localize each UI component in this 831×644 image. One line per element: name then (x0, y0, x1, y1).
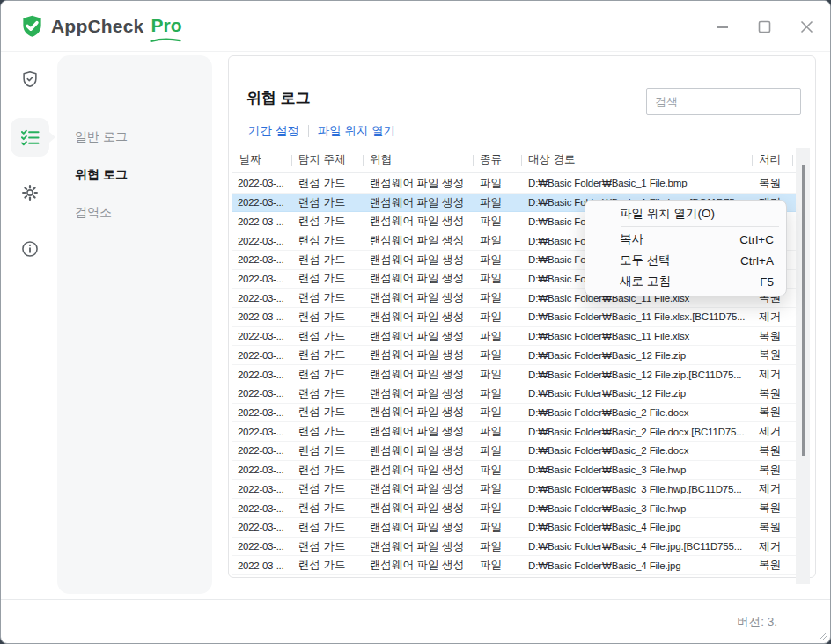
cell-threat: 랜섬웨어 파일 생성 (363, 214, 473, 229)
column-header-date[interactable]: 날짜 (232, 147, 291, 172)
table-row[interactable]: 2022-03-...랜섬 가드랜섬웨어 파일 생성파일D:₩Basic Fol… (232, 461, 796, 480)
cell-action: 복원 (752, 501, 796, 516)
cell-date: 2022-03-... (232, 445, 291, 456)
sidebar-item-protection[interactable] (11, 60, 49, 99)
cell-agent: 랜섬 가드 (291, 539, 363, 554)
column-header-type[interactable]: 종류 (473, 147, 521, 172)
cell-date: 2022-03-... (232, 274, 291, 284)
table-row[interactable]: 2022-03-...랜섬 가드랜섬웨어 파일 생성파일D:₩Basic Fol… (232, 327, 796, 347)
cell-type: 파일 (473, 520, 521, 535)
cell-date: 2022-03-... (232, 388, 291, 399)
cell-action: 복원 (752, 558, 796, 573)
menu-item-select-all[interactable]: 모두 선택 Ctrl+A (585, 250, 786, 271)
column-header-agent[interactable]: 탐지 주체 (291, 147, 363, 172)
sidebar-item-logs[interactable] (11, 118, 49, 157)
nav-panel: 일반 로그 위협 로그 검역소 (57, 55, 212, 594)
cell-action: 제거 (752, 539, 796, 554)
cell-path: D:₩Basic Folder₩Basic_2 File.docx (521, 407, 752, 418)
column-header-action[interactable]: 처리 (752, 147, 796, 172)
nav-item-quarantine[interactable]: 검역소 (75, 205, 112, 221)
cell-threat: 랜섬웨어 파일 생성 (363, 520, 473, 535)
cell-action: 복원 (752, 443, 796, 458)
cell-action: 제거 (752, 424, 796, 439)
cell-type: 파일 (473, 290, 521, 305)
cell-path: D:₩Basic Folder₩Basic_2 File.docx (521, 445, 752, 456)
maximize-button[interactable] (756, 18, 772, 34)
vertical-scrollbar[interactable] (796, 148, 810, 584)
window-controls (714, 18, 814, 34)
table-row[interactable]: 2022-03-...랜섬 가드랜섬웨어 파일 생성파일D:₩Basic Fol… (232, 499, 796, 518)
table-row[interactable]: 2022-03-...랜섬 가드랜섬웨어 파일 생성파일D:₩Basic Fol… (232, 174, 796, 194)
cell-date: 2022-03-... (232, 178, 291, 188)
table-row[interactable]: 2022-03-...랜섬 가드랜섬웨어 파일 생성파일D:₩Basic Fol… (232, 365, 796, 384)
nav-item-threat-log[interactable]: 위협 로그 (75, 167, 128, 183)
titlebar: AppCheck Pro (1, 1, 830, 52)
cell-date: 2022-03-... (232, 370, 291, 380)
app-window: AppCheck Pro (0, 0, 831, 644)
nav-item-general-log[interactable]: 일반 로그 (75, 129, 128, 145)
cell-threat: 랜섬웨어 파일 생성 (363, 271, 473, 286)
app-name: AppCheck (51, 16, 143, 37)
column-header-path[interactable]: 대상 경로 (521, 147, 752, 172)
cell-threat: 랜섬웨어 파일 생성 (363, 367, 473, 382)
cell-threat: 랜섬웨어 파일 생성 (363, 481, 473, 496)
resize-grip[interactable] (818, 631, 827, 640)
cell-agent: 랜섬 가드 (291, 405, 363, 420)
cell-path: D:₩Basic Folder₩Basic_1 File.bmp (521, 178, 752, 188)
threat-log-checklist-icon (20, 128, 40, 148)
table-row[interactable]: 2022-03-...랜섬 가드랜섬웨어 파일 생성파일D:₩Basic Fol… (232, 480, 796, 500)
cell-agent: 랜섬 가드 (291, 233, 363, 248)
menu-item-copy[interactable]: 복사 Ctrl+C (585, 229, 786, 250)
table-row[interactable]: 2022-03-...랜섬 가드랜섬웨어 파일 생성파일D:₩Basic Fol… (232, 308, 796, 327)
menu-item-refresh[interactable]: 새로 고침 F5 (585, 271, 786, 292)
cell-agent: 랜섬 가드 (291, 443, 363, 458)
info-icon (20, 239, 40, 259)
cell-threat: 랜섬웨어 파일 생성 (363, 252, 473, 267)
cell-threat: 랜섬웨어 파일 생성 (363, 176, 473, 191)
table-row[interactable]: 2022-03-...랜섬 가드랜섬웨어 파일 생성파일D:₩Basic Fol… (232, 442, 796, 461)
cell-date: 2022-03-... (232, 293, 291, 304)
cell-action: 복원 (752, 520, 796, 535)
cell-type: 파일 (473, 405, 521, 420)
cell-agent: 랜섬 가드 (291, 252, 363, 267)
close-button[interactable] (798, 18, 814, 34)
close-icon (799, 19, 814, 34)
cell-threat: 랜섬웨어 파일 생성 (363, 405, 473, 420)
cell-threat: 랜섬웨어 파일 생성 (363, 558, 473, 573)
period-setting-link[interactable]: 기간 설정 (248, 123, 299, 139)
cell-type: 파일 (473, 348, 521, 362)
cell-action: 제거 (752, 481, 796, 496)
cell-agent: 랜섬 가드 (291, 176, 363, 191)
cell-threat: 랜섬웨어 파일 생성 (363, 386, 473, 401)
cell-agent: 랜섬 가드 (291, 386, 363, 401)
cell-threat: 랜섬웨어 파일 생성 (363, 329, 473, 344)
table-row[interactable]: 2022-03-...랜섬 가드랜섬웨어 파일 생성파일D:₩Basic Fol… (232, 538, 796, 557)
table-row[interactable]: 2022-03-...랜섬 가드랜섬웨어 파일 생성파일D:₩Basic Fol… (232, 518, 796, 538)
cell-type: 파일 (473, 233, 521, 248)
cell-agent: 랜섬 가드 (291, 501, 363, 516)
column-header-threat[interactable]: 위협 (363, 147, 473, 172)
table-row[interactable]: 2022-03-...랜섬 가드랜섬웨어 파일 생성파일D:₩Basic Fol… (232, 422, 796, 442)
cell-type: 파일 (473, 271, 521, 286)
cell-threat: 랜섬웨어 파일 생성 (363, 310, 473, 325)
table-row[interactable]: 2022-03-...랜섬 가드랜섬웨어 파일 생성파일D:₩Basic Fol… (232, 404, 796, 423)
sidebar-item-settings[interactable] (11, 173, 49, 212)
open-file-location-link[interactable]: 파일 위치 열기 (318, 123, 396, 139)
minimize-button[interactable] (714, 18, 730, 34)
cell-threat: 랜섬웨어 파일 생성 (363, 233, 473, 248)
cell-date: 2022-03-... (232, 216, 291, 227)
cell-agent: 랜섬 가드 (291, 348, 363, 362)
cell-date: 2022-03-... (232, 236, 291, 246)
cell-path: D:₩Basic Folder₩Basic_2 File.docx.[BC11D… (521, 427, 752, 437)
cell-date: 2022-03-... (232, 197, 291, 208)
active-item-pointer (49, 132, 55, 143)
scrollbar-thumb[interactable] (802, 165, 805, 456)
table-row[interactable]: 2022-03-...랜섬 가드랜섬웨어 파일 생성파일D:₩Basic Fol… (232, 384, 796, 404)
table-row[interactable]: 2022-03-...랜섬 가드랜섬웨어 파일 생성파일D:₩Basic Fol… (232, 556, 796, 575)
search-input[interactable] (646, 88, 801, 115)
pro-underline-swoosh (150, 38, 181, 43)
cell-agent: 랜섬 가드 (291, 481, 363, 496)
table-row[interactable]: 2022-03-...랜섬 가드랜섬웨어 파일 생성파일D:₩Basic Fol… (232, 346, 796, 365)
sidebar-item-info[interactable] (11, 230, 49, 268)
menu-item-open-file-location[interactable]: 파일 위치 열기(O) (585, 202, 786, 224)
